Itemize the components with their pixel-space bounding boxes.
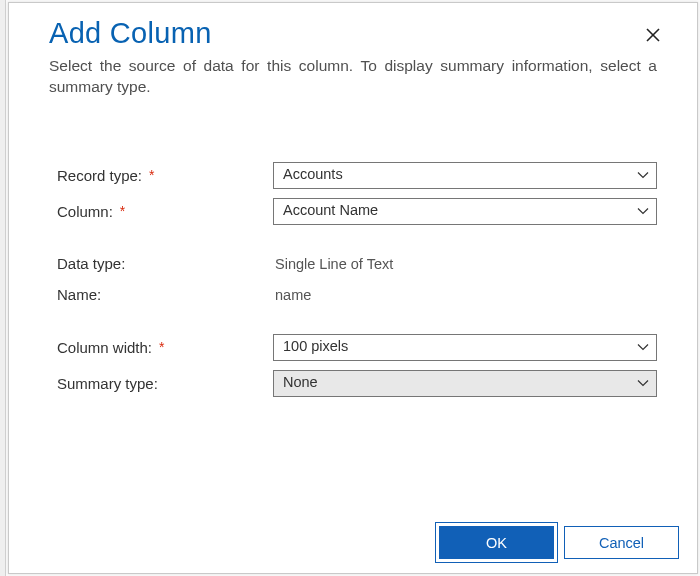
label-summary-type: Summary type: — [57, 375, 273, 392]
label-name-text: Name: — [57, 286, 101, 303]
select-record-type[interactable]: Accounts — [273, 162, 657, 189]
row-name: Name: name — [57, 284, 657, 306]
dialog-header: Add Column Select the source of data for… — [9, 3, 697, 106]
label-column-text: Column: — [57, 203, 113, 220]
ok-button[interactable]: OK — [439, 526, 554, 559]
row-summary-type: Summary type: None — [57, 370, 657, 397]
required-asterisk: * — [159, 339, 164, 355]
required-asterisk: * — [149, 167, 154, 183]
select-column-width-value: 100 pixels — [283, 338, 626, 354]
select-record-type-value: Accounts — [283, 166, 626, 182]
cancel-button[interactable]: Cancel — [564, 526, 679, 559]
select-summary-type: None — [273, 370, 657, 397]
dialog-title: Add Column — [49, 17, 657, 50]
label-data-type-text: Data type: — [57, 255, 125, 272]
chevron-down-icon — [636, 376, 650, 390]
value-name: name — [273, 284, 657, 306]
label-column: Column: * — [57, 203, 273, 220]
dialog-subtitle: Select the source of data for this colum… — [49, 56, 657, 98]
chevron-down-icon — [636, 204, 650, 218]
label-name: Name: — [57, 286, 273, 303]
form-area: Record type: * Accounts Column: * Accoun… — [9, 106, 697, 416]
label-summary-type-text: Summary type: — [57, 375, 158, 392]
select-summary-type-value: None — [283, 374, 626, 390]
add-column-dialog: Add Column Select the source of data for… — [8, 2, 698, 574]
close-button[interactable] — [645, 27, 663, 45]
label-column-width-text: Column width: — [57, 339, 152, 356]
row-data-type: Data type: Single Line of Text — [57, 253, 657, 275]
label-record-type: Record type: * — [57, 167, 273, 184]
required-asterisk: * — [120, 203, 125, 219]
label-data-type: Data type: — [57, 255, 273, 272]
select-column[interactable]: Account Name — [273, 198, 657, 225]
select-column-value: Account Name — [283, 202, 626, 218]
row-column-width: Column width: * 100 pixels — [57, 334, 657, 361]
chevron-down-icon — [636, 340, 650, 354]
row-column: Column: * Account Name — [57, 198, 657, 225]
close-icon — [645, 27, 661, 43]
chevron-down-icon — [636, 168, 650, 182]
label-column-width: Column width: * — [57, 339, 273, 356]
label-record-type-text: Record type: — [57, 167, 142, 184]
value-data-type: Single Line of Text — [273, 253, 657, 275]
select-column-width[interactable]: 100 pixels — [273, 334, 657, 361]
row-record-type: Record type: * Accounts — [57, 162, 657, 189]
dialog-footer: OK Cancel — [9, 514, 697, 573]
background-edge — [0, 0, 6, 576]
